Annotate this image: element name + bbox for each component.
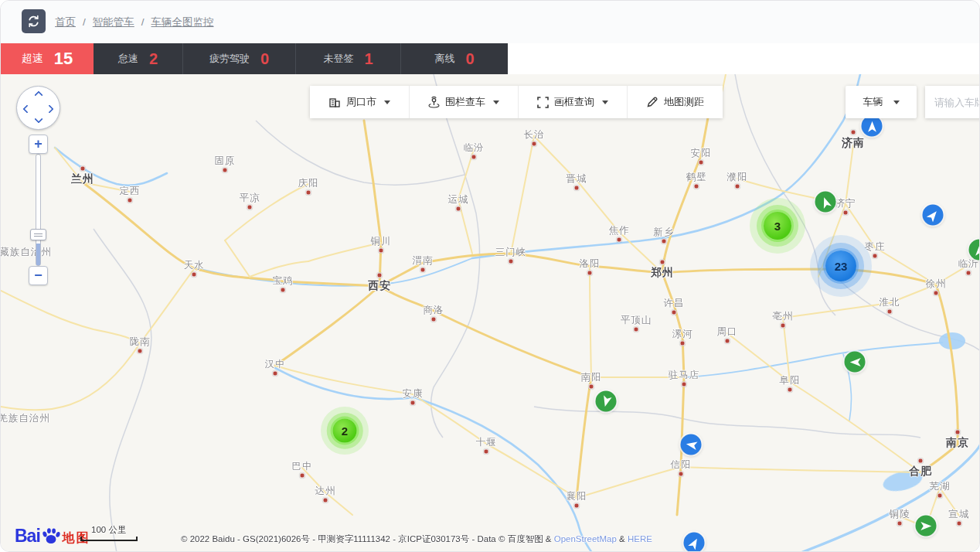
- map-city-label: 陇南: [130, 336, 151, 349]
- map-city-label: 羌族自治州: [1, 412, 50, 425]
- plate-search-box: [925, 86, 980, 118]
- pan-right-button[interactable]: [45, 102, 57, 114]
- map-city-label: 平凉: [240, 192, 260, 205]
- map-city-label: 宣城: [949, 508, 970, 521]
- city-dot: [735, 184, 740, 189]
- map-copyright: © 2022 Baidu - GS(2021)6026号 - 甲测资字11111…: [181, 533, 652, 545]
- plate-search-input[interactable]: [925, 86, 980, 118]
- pan-up-button[interactable]: [32, 88, 45, 101]
- city-dot: [662, 239, 667, 244]
- vehicle-type-dropdown[interactable]: 车辆: [846, 86, 917, 118]
- navigation-arrow-icon: [848, 355, 862, 369]
- here-link[interactable]: HERE: [628, 534, 652, 543]
- tab-count: 2: [149, 50, 158, 68]
- vehicle-marker[interactable]: [916, 516, 937, 537]
- copyright-text: © 2022 Baidu - GS(2021)6026号 - 甲测资字11111…: [181, 534, 554, 543]
- map-city-label: 淮北: [880, 296, 900, 309]
- map-city-label: 安阳: [691, 147, 712, 160]
- tab-idle[interactable]: 怠速 2: [94, 43, 183, 74]
- map-city-label: 安康: [403, 387, 424, 400]
- city-dot: [377, 273, 383, 278]
- city-dot: [966, 271, 971, 276]
- city-dot: [379, 248, 384, 254]
- vehicle-marker[interactable]: [684, 533, 705, 552]
- breadcrumb-home[interactable]: 首页: [55, 15, 76, 29]
- navigation-arrow-icon: [926, 208, 940, 222]
- map-city-label: 藏族自治州: [1, 246, 52, 259]
- tab-overspeed[interactable]: 超速 15: [1, 43, 94, 74]
- tab-label: 离线: [434, 52, 454, 66]
- tab-not-signed-in[interactable]: 未登签 1: [296, 43, 401, 74]
- map-city-label: 南阳: [581, 371, 602, 384]
- city-building-icon: [328, 96, 341, 108]
- map-canvas[interactable]: 兰州定西固原平凉庆阳天水宝鸡铜川渭南西安商洛三门峡洛阳郑州许昌平顶山漯河周口焦作…: [1, 74, 980, 552]
- tab-count: 0: [260, 50, 269, 68]
- city-dot: [247, 205, 253, 210]
- refresh-app-button[interactable]: [22, 9, 46, 33]
- vehicle-marker[interactable]: [862, 116, 883, 137]
- map-city-label: 天水: [184, 259, 205, 272]
- map-toolbar: 周口市 围栏查车 画框查询 地图测距: [310, 86, 723, 118]
- caret-down-icon: [893, 101, 900, 104]
- map-city-label: 濮阳: [727, 171, 748, 184]
- city-dot: [509, 259, 514, 264]
- map-city-label: 亳州: [773, 310, 794, 323]
- tab-offline[interactable]: 离线 0: [401, 43, 508, 74]
- pan-left-button[interactable]: [19, 102, 32, 114]
- map-city-label: 庆阳: [298, 177, 319, 190]
- breadcrumb-current-page[interactable]: 车辆全图监控: [151, 15, 214, 29]
- vehicle-marker[interactable]: [815, 192, 836, 213]
- zoom-in-button[interactable]: +: [29, 135, 48, 154]
- map-city-label: 漯河: [672, 328, 693, 341]
- city-dot: [679, 472, 684, 477]
- map-city-label: 南京: [946, 436, 969, 450]
- city-dot: [420, 267, 426, 273]
- zoom-slider-fill: [36, 244, 40, 265]
- cluster-count: 2: [333, 419, 357, 443]
- city-dot: [323, 498, 328, 503]
- city-dot: [273, 371, 278, 377]
- vehicle-marker[interactable]: [681, 434, 702, 455]
- pan-down-button[interactable]: [32, 115, 45, 128]
- navigation-arrow-icon: [865, 119, 879, 133]
- cluster-count: 23: [825, 250, 856, 281]
- zoom-slider-thumb[interactable]: [30, 229, 46, 240]
- city-dot: [223, 168, 228, 173]
- navigation-arrow-icon: [972, 243, 980, 257]
- map-scale-bar: [80, 537, 138, 541]
- measure-distance-button[interactable]: 地图测距: [628, 86, 723, 118]
- map-city-label: 渭南: [413, 254, 434, 267]
- chevron-right-icon: [45, 104, 53, 113]
- city-dot: [851, 130, 856, 135]
- map-city-label: 巴中: [292, 460, 313, 473]
- map-city-label: 定西: [120, 185, 141, 198]
- fence-search-button[interactable]: 围栏查车: [410, 86, 519, 118]
- openstreetmap-link[interactable]: OpenStreetMap: [554, 534, 617, 543]
- map-city-label: 信阳: [671, 458, 692, 472]
- vehicle-marker[interactable]: [845, 352, 866, 373]
- map-city-label: 商洛: [424, 304, 444, 317]
- city-dot: [788, 387, 793, 393]
- vehicle-marker[interactable]: [596, 391, 617, 412]
- map-city-label: 郑州: [651, 266, 674, 280]
- map-city-label: 达州: [315, 485, 336, 498]
- fence-search-label: 围栏查车: [445, 95, 485, 109]
- zoom-slider-track[interactable]: [36, 154, 41, 266]
- city-dot: [897, 521, 903, 526]
- breadcrumb-smart-fleet[interactable]: 智能管车: [93, 15, 134, 29]
- map-city-label: 徐州: [926, 278, 947, 291]
- caret-down-icon: [384, 101, 390, 104]
- city-dot: [431, 317, 437, 322]
- tab-fatigue-driving[interactable]: 疲劳驾驶 0: [183, 43, 296, 74]
- city-dot: [80, 166, 86, 172]
- navigation-arrow-icon: [919, 519, 933, 533]
- map-city-label: 洛阳: [580, 257, 601, 271]
- city-dot: [281, 288, 286, 293]
- area-query-button[interactable]: 画框查询: [519, 86, 628, 118]
- measure-distance-label: 地图测距: [664, 95, 704, 109]
- city-select-button[interactable]: 周口市: [310, 86, 410, 118]
- zoom-out-button[interactable]: −: [29, 266, 48, 285]
- city-dot: [957, 521, 962, 526]
- city-dot: [918, 458, 924, 464]
- vehicle-marker[interactable]: [923, 205, 944, 226]
